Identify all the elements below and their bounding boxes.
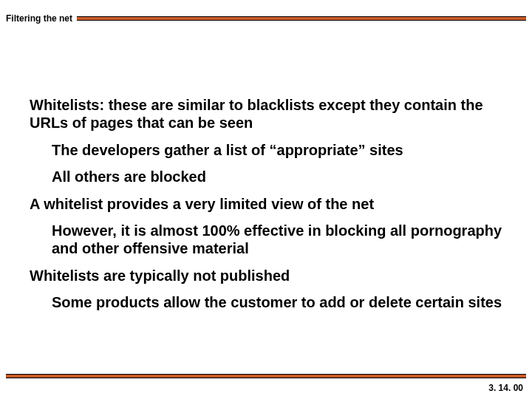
bullet-level1: Whitelists: these are similar to blackli… <box>30 96 502 132</box>
bullet-level1: Whitelists are typically not published <box>30 267 502 284</box>
bullet-level2: All others are blocked <box>52 168 502 185</box>
bullet-level2: Some products allow the customer to add … <box>52 293 502 311</box>
slide-header-title: Filtering the net <box>6 13 77 24</box>
header-divider <box>77 16 526 21</box>
slide-number: 3. 14. 00 <box>488 383 523 393</box>
bullet-level2: The developers gather a list of “appropr… <box>52 141 502 159</box>
slide: Filtering the net Whitelists: these are … <box>0 0 532 399</box>
slide-body: Whitelists: these are similar to blackli… <box>30 96 502 321</box>
slide-header: Filtering the net <box>6 13 526 24</box>
bullet-level2: However, it is almost 100% effective in … <box>52 222 502 258</box>
bullet-level1: A whitelist provides a very limited view… <box>30 195 502 213</box>
footer-divider <box>6 374 526 378</box>
